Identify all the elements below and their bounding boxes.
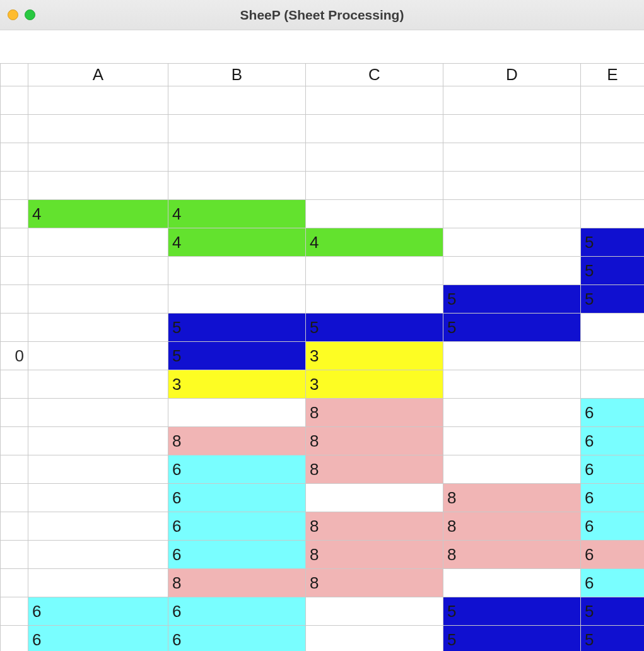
cell[interactable] (168, 257, 306, 285)
cell[interactable] (306, 86, 443, 115)
row-header[interactable] (1, 455, 28, 484)
cell[interactable]: 5 (581, 285, 645, 314)
cell[interactable] (28, 172, 168, 200)
cell[interactable] (28, 257, 168, 285)
row-header[interactable] (1, 172, 28, 200)
cell[interactable]: 8 (306, 427, 443, 455)
row-header[interactable] (1, 200, 28, 228)
cell[interactable]: 8 (168, 427, 306, 455)
row-header[interactable] (1, 399, 28, 427)
cell[interactable]: 6 (581, 541, 645, 569)
cell[interactable]: 3 (168, 370, 306, 399)
cell[interactable] (28, 541, 168, 569)
column-header-b[interactable]: B (168, 64, 306, 86)
cell[interactable]: 8 (306, 541, 443, 569)
spreadsheet-grid[interactable]: A B C D E 444455555550533386886686686688… (0, 63, 644, 651)
row-header[interactable] (1, 143, 28, 172)
row-header[interactable] (1, 484, 28, 512)
cell[interactable]: 4 (306, 228, 443, 257)
row-header[interactable] (1, 512, 28, 541)
row-header[interactable] (1, 370, 28, 399)
cell[interactable] (306, 172, 443, 200)
column-header-d[interactable]: D (443, 64, 581, 86)
cell[interactable]: 5 (306, 314, 443, 342)
cell[interactable] (443, 143, 581, 172)
cell[interactable]: 6 (168, 541, 306, 569)
cell[interactable]: 6 (581, 512, 645, 541)
cell[interactable]: 5 (168, 314, 306, 342)
column-header-a[interactable]: A (28, 64, 168, 86)
cell[interactable]: 5 (581, 626, 645, 652)
cell[interactable] (28, 399, 168, 427)
cell[interactable]: 6 (168, 484, 306, 512)
cell[interactable] (581, 172, 645, 200)
cell[interactable]: 4 (168, 228, 306, 257)
cell[interactable] (28, 285, 168, 314)
cell[interactable] (168, 115, 306, 143)
row-header[interactable] (1, 314, 28, 342)
row-header[interactable] (1, 597, 28, 626)
cell[interactable]: 5 (581, 597, 645, 626)
cell[interactable] (581, 143, 645, 172)
cell[interactable]: 3 (306, 342, 443, 370)
cell[interactable]: 8 (443, 484, 581, 512)
corner-cell[interactable] (1, 64, 28, 86)
cell[interactable] (28, 370, 168, 399)
cell[interactable] (443, 200, 581, 228)
cell[interactable]: 6 (581, 427, 645, 455)
cell[interactable] (168, 143, 306, 172)
cell[interactable]: 8 (306, 399, 443, 427)
cell[interactable] (443, 172, 581, 200)
cell[interactable] (443, 427, 581, 455)
cell[interactable]: 6 (581, 455, 645, 484)
cell[interactable] (306, 143, 443, 172)
cell[interactable] (581, 115, 645, 143)
cell[interactable] (28, 484, 168, 512)
cell[interactable] (443, 86, 581, 115)
cell[interactable]: 5 (581, 257, 645, 285)
cell[interactable] (306, 484, 443, 512)
cell[interactable] (28, 427, 168, 455)
cell[interactable] (306, 115, 443, 143)
cell[interactable] (168, 285, 306, 314)
cell[interactable]: 6 (581, 484, 645, 512)
cell[interactable] (28, 512, 168, 541)
cell[interactable] (443, 455, 581, 484)
cell[interactable]: 5 (443, 285, 581, 314)
row-header[interactable]: 0 (1, 342, 28, 370)
cell[interactable]: 8 (306, 569, 443, 597)
cell[interactable] (443, 569, 581, 597)
row-header[interactable] (1, 228, 28, 257)
cell[interactable] (306, 285, 443, 314)
cell[interactable] (581, 200, 645, 228)
row-header[interactable] (1, 86, 28, 115)
cell[interactable]: 8 (306, 455, 443, 484)
cell[interactable]: 5 (581, 228, 645, 257)
cell[interactable]: 5 (168, 342, 306, 370)
cell[interactable]: 6 (168, 512, 306, 541)
cell[interactable] (443, 399, 581, 427)
cell[interactable]: 4 (168, 200, 306, 228)
cell[interactable] (306, 200, 443, 228)
cell[interactable] (28, 569, 168, 597)
column-header-c[interactable]: C (306, 64, 443, 86)
cell[interactable] (581, 86, 645, 115)
cell[interactable]: 6 (28, 626, 168, 652)
cell[interactable]: 8 (443, 512, 581, 541)
cell[interactable] (443, 228, 581, 257)
cell[interactable]: 6 (168, 597, 306, 626)
cell[interactable] (443, 115, 581, 143)
cell[interactable] (28, 86, 168, 115)
cell[interactable]: 5 (443, 626, 581, 652)
cell[interactable] (168, 86, 306, 115)
cell[interactable] (28, 455, 168, 484)
row-header[interactable] (1, 626, 28, 652)
cell[interactable] (28, 228, 168, 257)
cell[interactable] (28, 115, 168, 143)
cell[interactable] (28, 143, 168, 172)
cell[interactable]: 6 (168, 626, 306, 652)
cell[interactable] (443, 342, 581, 370)
cell[interactable]: 3 (306, 370, 443, 399)
cell[interactable]: 8 (306, 512, 443, 541)
cell[interactable] (443, 257, 581, 285)
